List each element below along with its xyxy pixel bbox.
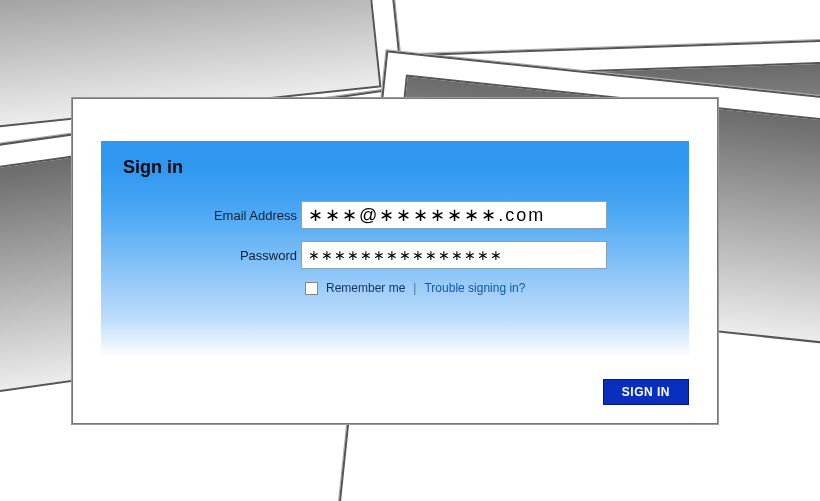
email-label: Email Address [101,208,301,223]
password-row: Password ∗∗∗∗∗∗∗∗∗∗∗∗∗∗∗ [101,241,689,269]
signin-card: Sign in Email Address ∗∗∗@∗∗∗∗∗∗∗.com Pa… [72,98,718,424]
signin-panel: Sign in Email Address ∗∗∗@∗∗∗∗∗∗∗.com Pa… [101,141,689,357]
remember-label: Remember me [326,281,405,295]
email-row: Email Address ∗∗∗@∗∗∗∗∗∗∗.com [101,201,689,229]
signin-button[interactable]: SIGN IN [603,379,689,405]
trouble-link[interactable]: Trouble signing in? [424,281,525,295]
remember-checkbox[interactable] [305,282,318,295]
panel-title: Sign in [123,157,183,178]
options-separator: | [413,281,416,295]
email-field[interactable]: ∗∗∗@∗∗∗∗∗∗∗.com [301,201,607,229]
password-field[interactable]: ∗∗∗∗∗∗∗∗∗∗∗∗∗∗∗ [301,241,607,269]
password-label: Password [101,248,301,263]
options-row: Remember me | Trouble signing in? [305,281,525,295]
